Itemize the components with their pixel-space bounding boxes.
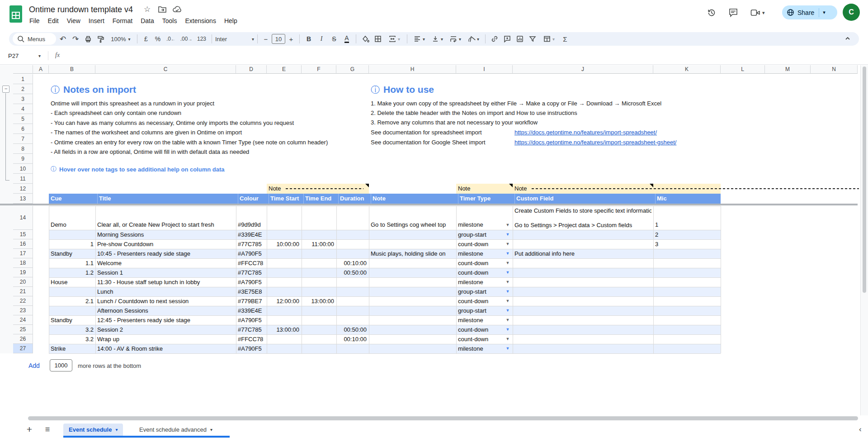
table-header-timer-type[interactable]: Timer Type: [458, 194, 511, 204]
tab-dropdown-icon[interactable]: ▾: [115, 427, 118, 432]
cell-timer-type[interactable]: milestone: [458, 277, 503, 287]
tab-event-schedule[interactable]: Event schedule ▾: [63, 424, 123, 436]
row-header-23[interactable]: 23: [13, 306, 33, 315]
cell-colour[interactable]: #77C785: [238, 239, 265, 249]
table-header-custom-field[interactable]: Custom Field: [514, 194, 651, 204]
vertical-scrollbar[interactable]: [860, 65, 868, 415]
cell-colour[interactable]: #A790F5: [238, 315, 265, 325]
cell-timer-type[interactable]: count-down: [458, 268, 503, 277]
row-header-16[interactable]: 16: [13, 239, 33, 249]
row-header-25[interactable]: 25: [13, 325, 33, 334]
timer-type-dropdown-icon[interactable]: ▼: [505, 249, 511, 258]
cell-duration[interactable]: 00:10:00: [336, 258, 367, 268]
row-header-12[interactable]: 12: [13, 184, 33, 194]
row-header-26[interactable]: 26: [13, 334, 33, 344]
table-header-colour[interactable]: Colour: [238, 194, 265, 204]
row-header-17[interactable]: 17: [13, 249, 33, 258]
cell-custom-field[interactable]: Put additional info here: [514, 249, 651, 258]
row-header-19[interactable]: 19: [13, 268, 33, 277]
cell-timer-type[interactable]: milestone: [458, 344, 503, 353]
cell-mic[interactable]: 3: [655, 239, 678, 249]
cell-time-start[interactable]: 13:00:00: [267, 325, 299, 334]
cell-title[interactable]: Welcome: [97, 258, 234, 268]
all-sheets-button[interactable]: ≡: [42, 424, 53, 435]
table-header-title[interactable]: Title: [97, 194, 234, 204]
timer-type-dropdown-icon[interactable]: ▼: [505, 258, 511, 268]
cell-colour[interactable]: #77C785: [238, 325, 265, 334]
cell-note[interactable]: Go to Settings cog wheel top: [371, 220, 455, 229]
cell-timer-type[interactable]: group-start: [458, 306, 503, 315]
cell-cue[interactable]: 1: [51, 239, 94, 249]
cell-duration[interactable]: 00:50:00: [336, 325, 367, 334]
cell-custom-field-line1[interactable]: Create Custom Fields to store specific t…: [514, 207, 651, 215]
column-header-M[interactable]: M: [765, 65, 811, 74]
row-header-1[interactable]: 1: [13, 74, 33, 84]
table-header-time-end[interactable]: Time End: [303, 194, 335, 204]
cell-title[interactable]: 14:00 - AV & Room strike: [97, 344, 234, 353]
group-collapse-button[interactable]: −: [2, 86, 9, 93]
cell-timer-type[interactable]: milestone: [458, 315, 503, 325]
horizontal-scrollbar[interactable]: [28, 416, 858, 420]
row-header-20[interactable]: 20: [13, 277, 33, 287]
row-header-9[interactable]: 9: [13, 154, 33, 164]
cell-timer-type[interactable]: count-down: [458, 296, 503, 306]
add-rows-count-input[interactable]: 1000: [50, 359, 72, 371]
row-header-4[interactable]: 4: [13, 104, 33, 114]
cell-colour[interactable]: #A790F5: [238, 344, 265, 353]
timer-type-dropdown-icon[interactable]: ▼: [505, 325, 511, 334]
row-header-8[interactable]: 8: [13, 144, 33, 154]
row-header-7[interactable]: 7: [13, 134, 33, 144]
cell-title[interactable]: 12:45 - Presenters ready side stage: [97, 315, 234, 325]
doc-link-2[interactable]: https://docs.getontime.no/features/impor…: [514, 138, 676, 147]
table-header-cue[interactable]: Cue: [51, 194, 94, 204]
row-header-18[interactable]: 18: [13, 258, 33, 268]
column-header-K[interactable]: K: [653, 65, 721, 74]
cell-cue[interactable]: Strike: [51, 344, 94, 353]
cell-time-start[interactable]: 12:00:00: [267, 296, 299, 306]
cell-timer-type[interactable]: milestone: [458, 220, 503, 229]
cell-duration[interactable]: 00:50:00: [336, 268, 367, 277]
cell-cue[interactable]: Standby: [51, 315, 94, 325]
table-header-note[interactable]: Note: [371, 194, 454, 204]
cell-note[interactable]: Music plays, holding slide on: [371, 249, 455, 258]
column-header-A[interactable]: A: [33, 65, 49, 74]
cell-title[interactable]: Clear all, or Create New Project to star…: [97, 220, 234, 229]
cell-title[interactable]: Lunch / Countdown to next session: [97, 296, 234, 306]
timer-type-dropdown-icon[interactable]: ▼: [505, 220, 511, 229]
row-header-13[interactable]: 13: [13, 194, 33, 204]
row-header-14[interactable]: 14: [13, 206, 33, 230]
timer-type-dropdown-icon[interactable]: ▼: [505, 315, 511, 325]
cell-title[interactable]: Session 1: [97, 268, 234, 277]
timer-type-dropdown-icon[interactable]: ▼: [505, 306, 511, 315]
row-header-10[interactable]: 10: [13, 164, 33, 174]
cell-colour[interactable]: #FFCC78: [238, 258, 265, 268]
cell-cue[interactable]: 2.1: [51, 296, 94, 306]
cell-cue[interactable]: 3.2: [51, 325, 94, 334]
side-panel-collapse-icon[interactable]: ‹: [859, 425, 862, 434]
column-header-G[interactable]: G: [336, 65, 369, 74]
timer-type-dropdown-icon[interactable]: ▼: [505, 344, 511, 353]
timer-type-dropdown-icon[interactable]: ▼: [505, 239, 511, 249]
cell-title[interactable]: Lunch: [97, 287, 234, 296]
cell-timer-type[interactable]: count-down: [458, 334, 503, 344]
timer-type-dropdown-icon[interactable]: ▼: [505, 268, 511, 277]
cell-colour[interactable]: #339E4E: [238, 306, 265, 315]
cell-custom-field-line2[interactable]: Go to Settings > Project data > Custom f…: [514, 221, 651, 229]
column-header-D[interactable]: D: [236, 65, 267, 74]
tab-event-schedule-advanced[interactable]: Event schedule advanced ▾: [134, 424, 218, 436]
row-header-21[interactable]: 21: [13, 287, 33, 296]
column-header-N[interactable]: N: [811, 65, 858, 74]
cell-title[interactable]: Session 2: [97, 325, 234, 334]
cell-colour[interactable]: #779BE7: [238, 296, 265, 306]
cell-title[interactable]: 11:30 - House staff setup lunch in lobby: [97, 277, 234, 287]
cell-timer-type[interactable]: count-down: [458, 239, 503, 249]
cell-cue[interactable]: 3.2: [51, 334, 94, 344]
column-header-J[interactable]: J: [513, 65, 653, 74]
cell-timer-type[interactable]: count-down: [458, 258, 503, 268]
timer-type-dropdown-icon[interactable]: ▼: [505, 296, 511, 306]
cell-time-end[interactable]: 11:00:00: [302, 239, 334, 249]
add-sheet-button[interactable]: +: [24, 424, 35, 435]
timer-type-dropdown-icon[interactable]: ▼: [505, 334, 511, 344]
column-header-C[interactable]: C: [95, 65, 236, 74]
row-header-3[interactable]: 3: [13, 94, 33, 104]
